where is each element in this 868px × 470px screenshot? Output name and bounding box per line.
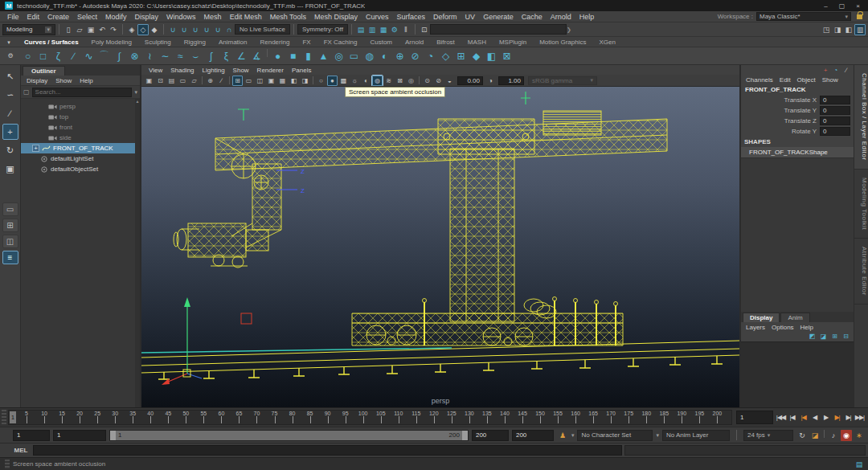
shelf-tab-rigging[interactable]: Rigging (178, 38, 212, 47)
image-plane-icon[interactable]: ▱ (189, 76, 199, 86)
range-start-handle[interactable] (110, 431, 116, 440)
add-points-tool-icon[interactable]: ∫ (113, 49, 126, 63)
gamma-icon[interactable]: ◑ (485, 76, 496, 86)
live-surface-field[interactable]: No Live Surface (235, 24, 290, 35)
isolate-select-icon[interactable]: ⊙ (422, 76, 432, 86)
show-tool-settings-icon[interactable]: ◧ (843, 24, 854, 35)
textured-icon[interactable]: ▩ (338, 76, 349, 86)
snap-to-view-plane-icon[interactable]: ∪ (212, 24, 223, 35)
shelf-tab-xgen[interactable]: XGen (592, 38, 621, 47)
fps-dropdown[interactable]: 24 fps ▾ (743, 430, 793, 441)
select-by-object-icon[interactable]: ◇ (137, 24, 149, 35)
channel-label[interactable]: Rotate Y (792, 128, 817, 135)
exposure-icon[interactable]: ◒ (444, 76, 455, 86)
film-gate-icon[interactable]: ▭ (244, 76, 254, 86)
shelf-tab-custom[interactable]: Custom (363, 38, 399, 47)
scrollbar[interactable]: ▲ (135, 99, 140, 407)
make-live-icon[interactable]: ∩ (223, 24, 235, 35)
outliner-item-persp[interactable]: persp (21, 101, 140, 112)
step-back-frame-button[interactable]: |◀ (787, 414, 797, 421)
animation-evaluation-icon[interactable]: ∗ (854, 430, 865, 441)
two-pane-layout-icon[interactable]: ◫ (2, 235, 18, 248)
offset-curve-icon[interactable]: ≀ (143, 49, 157, 63)
menu-file[interactable]: File (3, 13, 23, 21)
separate-icon[interactable]: ⊘ (408, 49, 422, 63)
open-scene-icon[interactable]: ▱ (74, 24, 85, 35)
select-by-hierarchy-icon[interactable]: ◈ (126, 24, 137, 35)
menu-display[interactable]: Display (131, 13, 163, 21)
snap-to-grid-icon[interactable]: ∪ (167, 24, 178, 35)
depth-of-field-icon[interactable]: ◎ (406, 76, 416, 86)
step-forward-frame-button[interactable]: ▶| (843, 414, 854, 421)
select-by-component-icon[interactable]: ◆ (149, 24, 160, 35)
channel-label[interactable]: Translate Y (784, 107, 817, 114)
cut-curve-icon[interactable]: ∡ (250, 49, 264, 63)
render-sequence-icon[interactable]: ▦ (378, 24, 389, 35)
colorspace-dropdown[interactable]: sRGB gamma ▾ (528, 76, 597, 85)
channel-label[interactable]: Translate X (784, 96, 817, 104)
create-character-set-icon[interactable]: ♟ (557, 430, 568, 441)
paint-select-tool-icon[interactable]: ∕ (2, 105, 18, 121)
channel-box-menu-object[interactable]: Object (794, 76, 819, 84)
bezier-curve-tool-icon[interactable]: ⌒ (97, 49, 111, 63)
safe-action-icon[interactable]: ◧ (289, 76, 299, 86)
range-slider[interactable]: 1 200 (109, 430, 469, 441)
smooth-icon[interactable]: ◔ (424, 49, 437, 63)
range-fill[interactable] (110, 431, 468, 440)
polygon-plane-icon[interactable]: ▭ (347, 49, 361, 63)
channel-value-field[interactable]: 0 (820, 127, 850, 136)
rotate-tool-icon[interactable]: ↻ (2, 142, 18, 158)
shelf-tab-motion-graphics[interactable]: Motion Graphics (533, 38, 592, 47)
grease-pencil-icon[interactable]: ∕ (216, 76, 227, 86)
edit-channels-icon[interactable]: ∕ (842, 66, 850, 74)
menu-curves[interactable]: Curves (362, 13, 393, 21)
safe-title-icon[interactable]: ◨ (300, 76, 310, 86)
playback-end-field[interactable]: 200 (472, 430, 509, 441)
gate-mask-icon[interactable]: ▣ (266, 76, 276, 86)
channel-value-field[interactable]: 0 (820, 96, 850, 104)
pause-viewport-icon[interactable]: ‖ (400, 24, 411, 35)
multisample-anti-aliasing-icon[interactable]: ⊠ (395, 76, 405, 86)
menu-arnold[interactable]: Arnold (547, 13, 575, 21)
scroll-up-icon[interactable]: ▲ (135, 99, 140, 104)
minimize-button[interactable]: – (824, 2, 827, 10)
create-anim-layer-icon[interactable]: ⊞ (830, 332, 839, 341)
menu-modify[interactable]: Modify (101, 13, 131, 21)
open-close-curve-icon[interactable]: ξ (219, 49, 233, 63)
bevel-icon[interactable]: ◇ (439, 49, 452, 63)
viewport-menu-view[interactable]: View (145, 67, 166, 74)
shelf-tab-bifrost[interactable]: Bifrost (430, 38, 461, 47)
raise-application-windows-icon[interactable]: ◳ (821, 24, 832, 35)
menu-create[interactable]: Create (43, 13, 73, 21)
drag-handle[interactable] (2, 410, 6, 425)
outliner-item-defaultobjectset[interactable]: defaultObjectSet (21, 164, 140, 174)
channel-box-menu-channels[interactable]: Channels (743, 76, 776, 84)
snap-to-projected-center-icon[interactable]: ∪ (201, 24, 212, 35)
show-channel-box-icon[interactable]: ▥ (854, 24, 866, 35)
viewport-scene[interactable]: Screen space ambient occlusion (141, 87, 739, 407)
menu-windows[interactable]: Windows (162, 13, 200, 21)
range-end-handle[interactable] (462, 431, 468, 440)
polygon-cube-icon[interactable]: ■ (286, 49, 300, 63)
shape-node-name[interactable]: FRONT_OF_TRACKShape (741, 147, 854, 157)
polygon-sphere-icon[interactable]: ● (271, 49, 285, 63)
curve-editing-tool-icon[interactable]: ⊗ (128, 49, 141, 63)
gamma-field[interactable]: 1.00 (498, 76, 524, 85)
combine-icon[interactable]: ⊕ (393, 49, 407, 63)
channel-box-menu-edit[interactable]: Edit (776, 76, 794, 84)
fillet-curve-icon[interactable]: ∠ (235, 49, 248, 63)
exposure-field[interactable]: 0.00 (457, 76, 483, 85)
attach-curves-icon[interactable]: ≈ (174, 49, 187, 63)
polygon-cone-icon[interactable]: ▲ (317, 49, 330, 63)
lasso-select-tool-icon[interactable]: ∽ (2, 87, 18, 103)
single-pane-layout-icon[interactable]: ▭ (2, 202, 18, 216)
layer-editor-menu-help[interactable]: Help (797, 324, 817, 331)
create-layer-from-selected-icon[interactable]: ◪ (819, 332, 828, 341)
field-chart-icon[interactable]: ▦ (277, 76, 288, 86)
save-scene-icon[interactable]: ▣ (85, 24, 96, 35)
channel-label[interactable]: Translate Z (784, 117, 817, 125)
layer-editor-menu-layers[interactable]: Layers (743, 324, 768, 331)
motion-blur-icon[interactable]: ≋ (383, 76, 394, 86)
shelf-tab-arnold[interactable]: Arnold (399, 38, 430, 47)
animation-start-field[interactable]: 1 (13, 430, 50, 441)
